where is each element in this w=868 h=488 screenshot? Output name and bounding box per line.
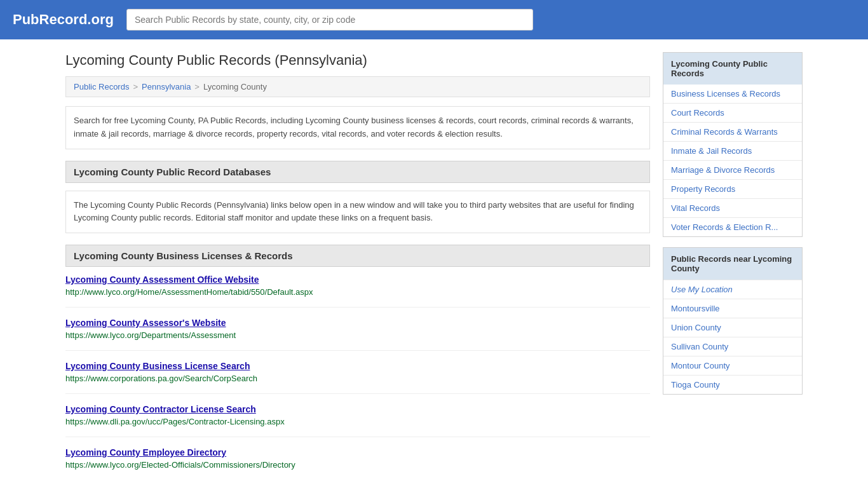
sidebar-main-items: Business Licenses & RecordsCourt Records… [663,85,802,236]
sidebar-nearby-section: Public Records near Lycoming County Use … [663,247,803,395]
sidebar-nearby-item-1[interactable]: Montoursville [663,299,802,318]
sidebar-nearby-item-0[interactable]: Use My Location [663,280,802,299]
site-logo[interactable]: PubRecord.org [13,11,114,28]
db-description: The Lycoming County Public Records (Penn… [65,191,650,234]
record-title-1[interactable]: Lycoming County Assessor's Website [65,318,650,328]
breadcrumb-public-records[interactable]: Public Records [74,82,129,92]
sidebar-nearby-item-4[interactable]: Montour County [663,356,802,375]
sidebar-main-header: Lycoming County Public Records [663,53,802,85]
record-url-4[interactable]: https://www.lyco.org/Elected-Officials/C… [65,460,295,470]
sidebar-main-item-3[interactable]: Inmate & Jail Records [663,141,802,160]
record-title-0[interactable]: Lycoming County Assessment Office Websit… [65,274,650,285]
record-entry-1: Lycoming County Assessor's Website https… [65,318,650,351]
breadcrumb-sep-2: > [194,82,200,92]
sidebar-nearby-item-2[interactable]: Union County [663,318,802,337]
breadcrumb-pennsylvania[interactable]: Pennsylvania [142,82,191,92]
records-list: Lycoming County Assessment Office Websit… [65,274,650,480]
sidebar-main-item-4[interactable]: Marriage & Divorce Records [663,160,802,179]
sidebar-nearby-item-3[interactable]: Sullivan County [663,337,802,356]
breadcrumb-current: Lycoming County [203,82,267,92]
record-title-2[interactable]: Lycoming County Business License Search [65,361,650,371]
sidebar: Lycoming County Public Records Business … [663,52,803,488]
record-entry-2: Lycoming County Business License Search … [65,361,650,394]
record-url-1[interactable]: https://www.lyco.org/Departments/Assessm… [65,330,236,340]
header: PubRecord.org [0,0,868,39]
sidebar-main-item-1[interactable]: Court Records [663,103,802,122]
sidebar-nearby-header: Public Records near Lycoming County [663,248,802,280]
sidebar-main-section: Lycoming County Public Records Business … [663,52,803,237]
db-section-header: Lycoming County Public Record Databases [65,161,650,183]
record-url-2[interactable]: https://www.corporations.pa.gov/Search/C… [65,374,257,383]
sidebar-main-item-2[interactable]: Criminal Records & Warrants [663,122,802,141]
sidebar-main-item-6[interactable]: Vital Records [663,198,802,217]
biz-section-header: Lycoming County Business Licenses & Reco… [65,245,650,267]
breadcrumb-sep-1: > [133,82,138,92]
sidebar-main-item-7[interactable]: Voter Records & Election R... [663,217,802,236]
page-description: Search for free Lycoming County, PA Publ… [65,106,650,149]
main-container: Lycoming County Public Records (Pennsylv… [53,39,815,488]
record-entry-4: Lycoming County Employee Directory https… [65,447,650,480]
record-title-3[interactable]: Lycoming County Contractor License Searc… [65,404,650,414]
record-url-3[interactable]: https://www.dli.pa.gov/ucc/Pages/Contrac… [65,417,285,426]
sidebar-main-item-0[interactable]: Business Licenses & Records [663,85,802,103]
record-url-0[interactable]: http://www.lyco.org/Home/AssessmentHome/… [65,287,313,297]
record-entry-3: Lycoming County Contractor License Searc… [65,404,650,437]
content-area: Lycoming County Public Records (Pennsylv… [65,52,650,488]
record-entry-0: Lycoming County Assessment Office Websit… [65,274,650,308]
record-title-4[interactable]: Lycoming County Employee Directory [65,447,650,458]
sidebar-main-item-5[interactable]: Property Records [663,179,802,198]
breadcrumb: Public Records > Pennsylvania > Lycoming… [65,76,650,97]
sidebar-nearby-item-5[interactable]: Tioga County [663,375,802,394]
search-input[interactable] [126,9,533,30]
page-title: Lycoming County Public Records (Pennsylv… [65,52,650,69]
sidebar-nearby-items: Use My LocationMontoursvilleUnion County… [663,280,802,394]
